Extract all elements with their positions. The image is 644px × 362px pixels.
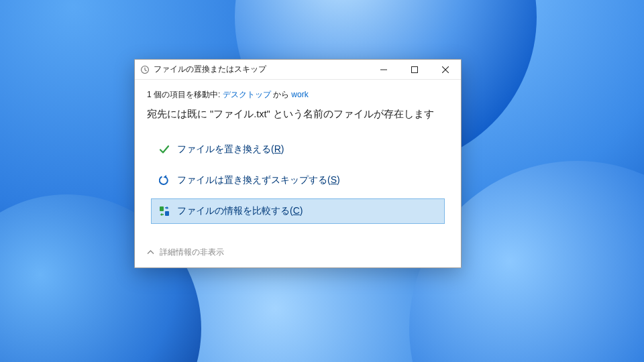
replace-label: ファイルを置き換える(R) xyxy=(177,143,284,156)
skip-arrow-icon xyxy=(158,175,170,186)
moving-mid: から xyxy=(271,90,292,99)
replace-option[interactable]: ファイルを置き換える(R) xyxy=(151,137,445,162)
checkmark-icon xyxy=(158,144,170,155)
chevron-up-icon[interactable] xyxy=(147,249,154,256)
dialog-title: ファイルの置換またはスキップ xyxy=(154,64,368,75)
history-icon xyxy=(140,65,150,74)
moving-status: 1 個の項目を移動中: デスクトップ から work xyxy=(147,89,449,101)
minimize-button[interactable] xyxy=(368,60,399,79)
skip-option[interactable]: ファイルは置き換えずスキップする(S) xyxy=(151,168,445,193)
dialog-content: 1 個の項目を移動中: デスクトップ から work 宛先には既に "ファイル.… xyxy=(135,80,461,240)
options-list: ファイルを置き換える(R) ファイルは置き換えずスキップする(S) xyxy=(151,137,445,224)
close-button[interactable] xyxy=(430,60,461,79)
destination-link[interactable]: work xyxy=(291,90,308,99)
details-toggle[interactable]: 詳細情報の非表示 xyxy=(160,247,224,258)
maximize-button[interactable] xyxy=(399,60,430,79)
conflict-message: 宛先には既に "ファイル.txt" という名前のファイルが存在します xyxy=(147,107,449,121)
titlebar[interactable]: ファイルの置換またはスキップ xyxy=(135,60,461,80)
window-controls xyxy=(368,60,461,79)
source-link[interactable]: デスクトップ xyxy=(223,90,271,99)
svg-rect-2 xyxy=(160,206,164,211)
moving-prefix: 1 個の項目を移動中: xyxy=(147,90,223,99)
skip-label: ファイルは置き換えずスキップする(S) xyxy=(177,174,340,186)
compare-icon xyxy=(158,206,170,217)
svg-rect-1 xyxy=(412,66,418,72)
file-conflict-dialog: ファイルの置換またはスキップ 1 個の項目を移動中: デスクトップ から wor… xyxy=(134,59,462,268)
compare-label: ファイルの情報を比較する(C) xyxy=(177,205,303,217)
compare-option[interactable]: ファイルの情報を比較する(C) xyxy=(151,198,445,224)
svg-rect-3 xyxy=(165,211,169,216)
dialog-footer: 詳細情報の非表示 xyxy=(135,240,461,267)
